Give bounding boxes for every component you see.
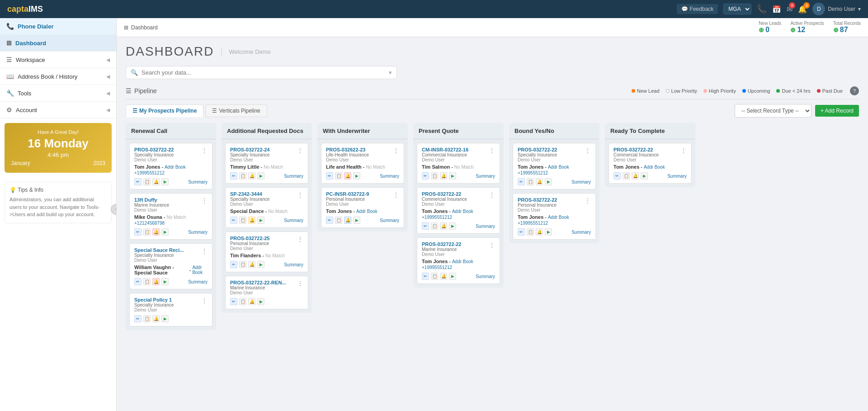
card-id[interactable]: PC-INSR-032722-9 <box>326 191 369 197</box>
copy-icon[interactable]: 📋 <box>431 222 438 230</box>
search-dropdown-arrow[interactable]: ▾ <box>389 69 392 76</box>
card-menu-button[interactable]: ⋮ <box>393 191 399 198</box>
summary-link[interactable]: Summary <box>284 262 303 267</box>
copy-icon[interactable]: 📋 <box>239 261 246 268</box>
card-id[interactable]: CM-INSR-032722-16 <box>422 147 468 152</box>
copy-icon[interactable]: 📋 <box>143 315 151 322</box>
bell-icon[interactable]: 🔔 <box>536 228 543 236</box>
phone-icon-button[interactable]: 📞 <box>757 4 767 14</box>
summary-link[interactable]: Summary <box>571 230 591 235</box>
card-id[interactable]: Special Policy 1 <box>134 297 174 302</box>
play-icon[interactable]: ▶ <box>353 217 360 224</box>
bell-icon[interactable]: 🔔 <box>440 172 447 180</box>
copy-icon[interactable]: 📋 <box>143 278 151 285</box>
bell-icon[interactable]: 🔔 <box>248 172 255 180</box>
card-menu-button[interactable]: ⋮ <box>297 236 303 243</box>
addr-book-link[interactable]: Addr Book <box>548 165 569 170</box>
edit-icon[interactable]: ✏ <box>326 217 333 224</box>
play-icon[interactable]: ▶ <box>257 261 264 268</box>
edit-icon[interactable]: ✏ <box>422 273 429 280</box>
card-menu-button[interactable]: ⋮ <box>201 297 208 304</box>
edit-icon[interactable]: ✏ <box>230 172 237 180</box>
copy-icon[interactable]: 📋 <box>431 273 438 280</box>
play-icon[interactable]: ▶ <box>641 172 648 180</box>
edit-icon[interactable]: ✏ <box>613 172 621 180</box>
edit-icon[interactable]: ✏ <box>134 315 142 322</box>
card-phone[interactable]: +12124568798 <box>134 221 208 226</box>
bell-icon[interactable]: 🔔 <box>440 222 447 230</box>
play-icon[interactable]: ▶ <box>449 172 456 180</box>
card-menu-button[interactable]: ⋮ <box>489 147 495 154</box>
play-icon[interactable]: ▶ <box>449 273 456 280</box>
copy-icon[interactable]: 📋 <box>143 228 151 236</box>
card-phone[interactable]: +19995551212 <box>422 265 495 270</box>
play-icon[interactable]: ▶ <box>449 222 456 230</box>
user-menu-button[interactable]: D Demo User ▾ <box>812 3 861 15</box>
feedback-button[interactable]: 💬 Feedback <box>677 4 718 14</box>
card-menu-button[interactable]: ⋮ <box>201 197 208 204</box>
card-id[interactable]: PROS-032722-22 <box>518 147 557 152</box>
summary-link[interactable]: Summary <box>380 174 399 179</box>
card-id[interactable]: 13ft Duffy <box>134 197 169 203</box>
card-menu-button[interactable]: ⋮ <box>201 147 208 154</box>
card-id[interactable]: SP-2342-3444 <box>230 191 269 197</box>
copy-icon[interactable]: 📋 <box>623 172 630 180</box>
addr-book-link[interactable]: Addr Book <box>165 165 186 170</box>
edit-icon[interactable]: ✏ <box>518 178 525 185</box>
card-menu-button[interactable]: ⋮ <box>297 147 303 154</box>
play-icon[interactable]: ▶ <box>257 217 264 224</box>
play-icon[interactable]: ▶ <box>257 172 264 180</box>
copy-icon[interactable]: 📋 <box>527 228 534 236</box>
play-icon[interactable]: ▶ <box>257 298 264 305</box>
sidebar-item-workspace[interactable]: ☰ Workspace ◀ <box>0 52 116 68</box>
edit-icon[interactable]: ✏ <box>134 228 142 236</box>
email-icon-button[interactable]: ✉ 8 <box>787 5 793 14</box>
card-menu-button[interactable]: ⋮ <box>297 280 303 287</box>
mga-select[interactable]: MGA <box>723 4 751 14</box>
sidebar-item-phone-dialer[interactable]: 📞 Phone Dialer <box>0 18 116 35</box>
summary-link[interactable]: Summary <box>476 274 495 279</box>
copy-icon[interactable]: 📋 <box>527 178 534 185</box>
bell-icon[interactable]: 🔔 <box>152 278 160 285</box>
edit-icon[interactable]: ✏ <box>422 222 429 230</box>
edit-icon[interactable]: ✏ <box>230 217 237 224</box>
summary-link[interactable]: Summary <box>380 218 399 223</box>
add-record-button[interactable]: + Add Record <box>815 105 859 117</box>
copy-icon[interactable]: 📋 <box>431 172 438 180</box>
card-id[interactable]: PROS-032722-22 <box>613 147 659 152</box>
card-phone[interactable]: +19995551212 <box>422 215 495 220</box>
sidebar-item-tools[interactable]: 🔧 Tools ◀ <box>0 85 116 102</box>
card-menu-button[interactable]: ⋮ <box>297 191 303 198</box>
bell-icon[interactable]: 🔔 <box>248 261 255 268</box>
card-phone[interactable]: +19995551212 <box>518 221 591 226</box>
card-id[interactable]: PROS-032722-22 <box>422 241 461 247</box>
summary-link[interactable]: Summary <box>667 174 687 179</box>
notification-icon-button[interactable]: 🔔 4 <box>798 5 807 14</box>
bell-icon[interactable]: 🔔 <box>440 273 447 280</box>
bell-icon[interactable]: 🔔 <box>344 217 351 224</box>
tab-verticals-pipeline[interactable]: ☰ Verticals Pipeline <box>205 104 267 117</box>
card-id[interactable]: PROS-032722-22-REN... <box>230 280 286 285</box>
bell-icon[interactable]: 🔔 <box>536 178 543 185</box>
copy-icon[interactable]: 📋 <box>143 178 151 185</box>
card-phone[interactable]: +19995551212 <box>134 170 208 175</box>
play-icon[interactable]: ▶ <box>161 278 169 285</box>
bell-icon[interactable]: 🔔 <box>248 298 255 305</box>
card-id[interactable]: Special Sauce Reci... <box>134 247 184 253</box>
card-id[interactable]: PROS-032722-22 <box>134 147 174 152</box>
card-menu-button[interactable]: ⋮ <box>680 147 687 154</box>
bell-icon[interactable]: 🔔 <box>248 217 255 224</box>
addr-book-link[interactable]: Addr Book <box>192 265 208 275</box>
addr-book-link[interactable]: Addr Book <box>452 259 473 264</box>
pipeline-help-button[interactable]: ? <box>850 86 859 95</box>
card-id[interactable]: PROS-032722-24 <box>230 147 269 152</box>
edit-icon[interactable]: ✏ <box>518 228 525 236</box>
card-menu-button[interactable]: ⋮ <box>393 147 399 154</box>
copy-icon[interactable]: 📋 <box>335 217 342 224</box>
sidebar-item-address-book[interactable]: 📖 Address Book / History ◀ <box>0 68 116 85</box>
summary-link[interactable]: Summary <box>188 180 208 184</box>
edit-icon[interactable]: ✏ <box>230 298 237 305</box>
addr-book-link[interactable]: Addr Book <box>644 165 665 170</box>
copy-icon[interactable]: 📋 <box>239 298 246 305</box>
card-menu-button[interactable]: ⋮ <box>585 147 591 154</box>
